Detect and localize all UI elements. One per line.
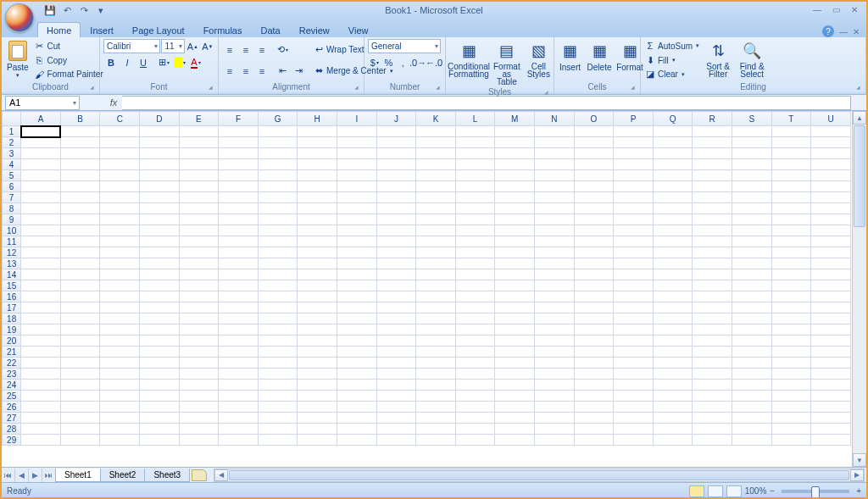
tab-page-layout[interactable]: Page Layout <box>123 22 194 37</box>
cell[interactable] <box>298 137 337 148</box>
cell[interactable] <box>21 170 61 181</box>
cell[interactable] <box>219 126 259 137</box>
cell[interactable] <box>179 148 219 159</box>
cell[interactable] <box>219 269 259 280</box>
cell[interactable] <box>179 424 219 435</box>
cell[interactable] <box>455 347 495 358</box>
cell[interactable] <box>614 435 654 446</box>
cell[interactable] <box>376 324 416 335</box>
cell[interactable] <box>614 137 654 148</box>
grow-font-button[interactable]: A▲ <box>186 39 199 53</box>
row-header[interactable]: 9 <box>3 214 21 225</box>
cell[interactable] <box>732 347 771 358</box>
cell[interactable] <box>298 424 337 435</box>
row-header[interactable]: 29 <box>3 435 21 446</box>
cell[interactable] <box>140 413 180 424</box>
scroll-up-icon[interactable]: ▲ <box>853 111 866 125</box>
cell[interactable] <box>495 424 535 435</box>
cell[interactable] <box>298 380 337 391</box>
cell[interactable] <box>21 247 61 258</box>
cell[interactable] <box>653 280 693 291</box>
cell[interactable] <box>771 380 811 391</box>
cell[interactable] <box>219 137 259 148</box>
cell[interactable] <box>258 380 298 391</box>
cell[interactable] <box>535 203 575 214</box>
tab-insert[interactable]: Insert <box>81 22 123 37</box>
cell[interactable] <box>495 225 535 236</box>
cell[interactable] <box>771 181 811 192</box>
close-button[interactable]: ✕ <box>846 3 863 15</box>
cell[interactable] <box>535 335 575 347</box>
cell[interactable] <box>811 148 851 159</box>
cell[interactable] <box>21 302 61 313</box>
row-header[interactable]: 3 <box>3 148 21 159</box>
cell[interactable] <box>614 335 654 347</box>
cell[interactable] <box>258 126 298 137</box>
cell[interactable] <box>455 424 495 435</box>
cell[interactable] <box>60 380 100 391</box>
cell[interactable] <box>653 435 693 446</box>
align-left-button[interactable]: ≡ <box>222 64 237 78</box>
cell[interactable] <box>495 324 535 335</box>
cell[interactable] <box>258 236 298 247</box>
cell[interactable] <box>693 369 732 380</box>
cell[interactable] <box>60 269 100 280</box>
help-icon[interactable]: ? <box>822 25 834 37</box>
cell[interactable] <box>140 313 180 324</box>
cell[interactable] <box>732 258 771 269</box>
cell[interactable] <box>732 369 771 380</box>
orientation-button[interactable]: ⟲ <box>275 42 290 57</box>
cell[interactable] <box>653 402 693 413</box>
cell[interactable] <box>21 380 61 391</box>
cell[interactable] <box>811 258 851 269</box>
cell[interactable] <box>732 236 771 247</box>
cell[interactable] <box>219 302 259 313</box>
cell[interactable] <box>219 214 259 225</box>
cell[interactable] <box>21 148 61 159</box>
cell[interactable] <box>21 435 61 446</box>
cell[interactable] <box>21 424 61 435</box>
cell[interactable] <box>376 225 416 236</box>
cell[interactable] <box>495 302 535 313</box>
cell[interactable] <box>455 435 495 446</box>
cell[interactable] <box>298 236 337 247</box>
row-header[interactable]: 10 <box>3 225 21 236</box>
cell[interactable] <box>140 247 180 258</box>
cell[interactable] <box>771 170 811 181</box>
cell[interactable] <box>298 358 337 369</box>
cell[interactable] <box>455 369 495 380</box>
office-button[interactable] <box>5 3 34 32</box>
cell[interactable] <box>179 358 219 369</box>
sheet-tab-2[interactable]: Sheet2 <box>100 469 146 482</box>
formula-input[interactable] <box>122 96 851 110</box>
cell[interactable] <box>455 247 495 258</box>
cell[interactable] <box>100 391 140 402</box>
cell[interactable] <box>376 435 416 446</box>
cell[interactable] <box>535 269 575 280</box>
cell[interactable] <box>535 291 575 302</box>
cell[interactable] <box>298 258 337 269</box>
row-header[interactable]: 27 <box>3 413 21 424</box>
cell[interactable] <box>614 148 654 159</box>
cell[interactable] <box>337 369 377 380</box>
column-header[interactable]: N <box>535 112 575 126</box>
cell[interactable] <box>693 214 732 225</box>
cell[interactable] <box>495 369 535 380</box>
cell[interactable] <box>574 137 614 148</box>
cell[interactable] <box>693 402 732 413</box>
cell[interactable] <box>811 380 851 391</box>
cell[interactable] <box>653 369 693 380</box>
column-header[interactable]: H <box>298 112 337 126</box>
cell[interactable] <box>614 159 654 170</box>
cell[interactable] <box>495 214 535 225</box>
cell[interactable] <box>416 347 456 358</box>
cell[interactable] <box>732 413 771 424</box>
cell[interactable] <box>337 148 377 159</box>
cell[interactable] <box>693 413 732 424</box>
cell[interactable] <box>771 258 811 269</box>
cell[interactable] <box>771 335 811 347</box>
fx-button[interactable]: fx <box>105 97 122 108</box>
cell[interactable] <box>535 192 575 203</box>
cell[interactable] <box>653 313 693 324</box>
cell[interactable] <box>179 159 219 170</box>
